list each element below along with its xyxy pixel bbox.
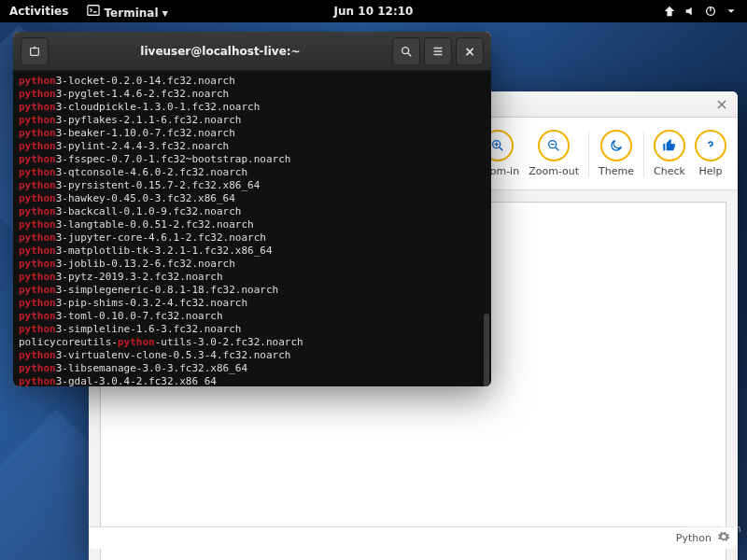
- zoom-out-button[interactable]: Zoom-out: [529, 130, 579, 177]
- zoom-out-label: Zoom-out: [529, 165, 579, 177]
- question-icon: [695, 130, 726, 161]
- hamburger-menu-button[interactable]: [424, 37, 452, 65]
- app-menu-label: Terminal ▾: [105, 7, 168, 20]
- toolbar-separator: [643, 131, 644, 177]
- terminal-line: python3-langtable-0.0.51-2.fc32.noarch: [19, 218, 486, 231]
- terminal-line: python3-toml-0.10.0-7.fc32.noarch: [19, 310, 486, 323]
- help-button[interactable]: Help: [695, 130, 726, 177]
- new-tab-button[interactable]: [21, 37, 49, 65]
- theme-label: Theme: [599, 165, 634, 177]
- terminal-line: python3-pip-shims-0.3.2-4.fc32.noarch: [19, 297, 486, 310]
- terminal-output[interactable]: python3-locket-0.2.0-14.fc32.noarchpytho…: [13, 71, 491, 386]
- terminal-line: python3-virtualenv-clone-0.5.3-4.fc32.no…: [19, 349, 486, 362]
- svg-rect-0: [88, 5, 99, 15]
- zoom-out-icon: [538, 130, 570, 161]
- help-label: Help: [698, 165, 722, 177]
- volume-icon[interactable]: [684, 5, 697, 18]
- terminal-line: python3-libsemanage-3.0-3.fc32.x86_64: [19, 362, 486, 375]
- activities-button[interactable]: Activities: [0, 5, 78, 18]
- terminal-title: liveuser@localhost-live:~: [50, 45, 390, 58]
- terminal-line: python3-matplotlib-tk-3.2.1-1.fc32.x86_6…: [19, 245, 486, 258]
- moon-icon: [600, 130, 632, 161]
- terminal-icon: [87, 4, 100, 17]
- watermark: wsxdn.com: [684, 524, 741, 534]
- terminal-line: python3-simpleline-1.6-3.fc32.noarch: [19, 323, 486, 336]
- terminal-line: python3-joblib-0.13.2-6.fc32.noarch: [19, 258, 486, 271]
- terminal-line: python3-pyrsistent-0.15.7-2.fc32.x86_64: [19, 179, 486, 192]
- reader-statusbar: Python: [89, 526, 738, 549]
- terminal-line: python3-jupyter-core-4.6.1-2.fc32.noarch: [19, 231, 486, 245]
- gnome-topbar: Activities Terminal ▾ Jun 10 12:10: [0, 0, 747, 22]
- terminal-line: policycoreutils-python-utils-3.0-2.fc32.…: [19, 336, 486, 349]
- svg-point-5: [402, 47, 409, 53]
- scrollbar-thumb[interactable]: [484, 314, 489, 386]
- terminal-line: python3-backcall-0.1.0-9.fc32.noarch: [19, 205, 486, 218]
- search-button[interactable]: [392, 37, 420, 65]
- app-menu[interactable]: Terminal ▾: [78, 4, 176, 20]
- theme-button[interactable]: Theme: [599, 130, 634, 177]
- terminal-line: python3-qtconsole-4.6.0-2.fc32.noarch: [19, 166, 486, 179]
- clock[interactable]: Jun 10 12:10: [325, 5, 423, 18]
- terminal-line: python3-pylint-2.4.4-3.fc32.noarch: [19, 140, 486, 153]
- chevron-down-icon[interactable]: [725, 5, 738, 18]
- terminal-line: python3-pyglet-1.4.6-2.fc32.noarch: [19, 88, 486, 101]
- thumbs-up-icon: [654, 130, 685, 161]
- terminal-line: python3-hawkey-0.45.0-3.fc32.x86_64: [19, 192, 486, 205]
- terminal-window: liveuser@localhost-live:~ × python3-lock…: [13, 32, 491, 386]
- reader-close-button[interactable]: ×: [712, 94, 732, 115]
- terminal-line: python3-fsspec-0.7.0-1.fc32~bootstrap.no…: [19, 153, 486, 166]
- terminal-line: python3-pytz-2019.3-2.fc32.noarch: [19, 271, 486, 284]
- svg-rect-4: [31, 48, 39, 55]
- terminal-line: python3-beaker-1.10.0-7.fc32.noarch: [19, 127, 486, 140]
- power-icon[interactable]: [704, 5, 717, 18]
- check-button[interactable]: Check: [654, 130, 685, 177]
- terminal-line: python3-simplegeneric-0.8.1-18.fc32.noar…: [19, 284, 486, 297]
- check-label: Check: [654, 165, 685, 177]
- terminal-headerbar[interactable]: liveuser@localhost-live:~ ×: [13, 32, 491, 71]
- terminal-line: python3-locket-0.2.0-14.fc32.noarch: [19, 75, 486, 88]
- terminal-line: python3-cloudpickle-1.3.0-1.fc32.noarch: [19, 101, 486, 114]
- terminal-line: python3-gdal-3.0.4-2.fc32.x86_64: [19, 375, 486, 386]
- network-icon[interactable]: [663, 5, 676, 18]
- toolbar-separator: [588, 131, 589, 177]
- close-button[interactable]: ×: [456, 37, 484, 65]
- terminal-line: python3-pyflakes-2.1.1-6.fc32.noarch: [19, 114, 486, 127]
